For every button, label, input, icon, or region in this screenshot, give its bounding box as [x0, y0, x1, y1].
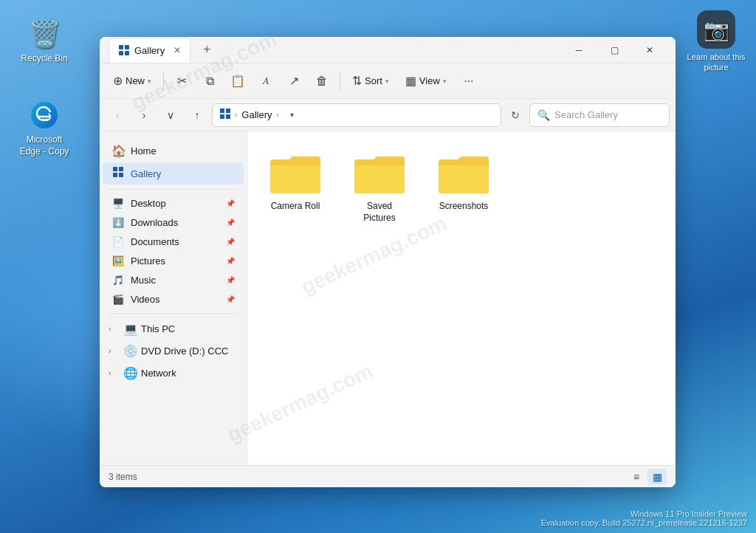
toolbar-separator-2 [340, 72, 340, 90]
close-button[interactable]: ✕ [633, 38, 667, 62]
minimize-button[interactable]: ─ [562, 38, 596, 62]
search-icon: 🔍 [537, 109, 550, 121]
sidebar-item-home[interactable]: 🏠 Home [103, 140, 244, 162]
new-chevron-icon: ▾ [148, 78, 151, 85]
explorer-window: Gallery ✕ + ─ ▢ ✕ ⊕ New ▾ ✂ ⧉ 📋 𝐴 [100, 37, 676, 487]
this-pc-chevron-icon: › [109, 325, 119, 333]
view-label: View [419, 75, 440, 86]
rename-icon: 𝐴 [263, 75, 269, 87]
list-view-button[interactable]: ≡ [627, 469, 646, 485]
delete-icon: 🗑 [316, 75, 328, 88]
windows-version-line1: Windows 11 Pro Insider Preview [541, 509, 747, 518]
recycle-bin-icon: 🗑️ [28, 18, 61, 50]
sidebar-item-music[interactable]: 🎵 Music 📌 [103, 271, 244, 289]
forward-button[interactable]: › [132, 103, 156, 127]
sidebar-top-section: 🏠 Home Gallery [100, 140, 247, 185]
svg-rect-4 [125, 51, 129, 55]
grid-view-button[interactable]: ▦ [647, 469, 667, 485]
view-chevron-icon: ▾ [443, 78, 447, 85]
folder-item-saved-pictures[interactable]: Saved Pictures [346, 146, 413, 230]
sidebar-item-dvd-drive[interactable]: › 💿 DVD Drive (D:) CCC [103, 340, 244, 362]
desktop-icon-edge[interactable]: Microsoft Edge - Copy [15, 96, 74, 160]
sort-icon: ⇅ [352, 74, 362, 88]
rename-button[interactable]: 𝐴 [252, 68, 279, 94]
pictures-label: Pictures [131, 255, 220, 266]
videos-pin-icon: 📌 [226, 295, 235, 303]
desktop-label: Desktop [131, 198, 220, 209]
cut-button[interactable]: ✂ [168, 68, 195, 94]
sort-chevron-icon: ▾ [385, 78, 389, 85]
desktop-icon-small: 🖥️ [111, 198, 125, 209]
music-label: Music [131, 275, 220, 286]
camera-roll-folder-icon [269, 152, 322, 196]
path-end-chevron-icon: › [277, 111, 279, 119]
back-button[interactable]: ‹ [106, 103, 129, 127]
svg-rect-5 [220, 109, 224, 113]
toolbar-separator-1 [163, 72, 164, 90]
sidebar-quick-access: 🖥️ Desktop 📌 ⬇️ Downloads 📌 📄 Documents … [100, 194, 247, 309]
sidebar-item-this-pc[interactable]: › 💻 This PC [103, 318, 244, 340]
refresh-button[interactable]: ↻ [504, 104, 526, 126]
more-icon: ··· [464, 75, 473, 88]
sidebar-item-gallery[interactable]: Gallery [103, 162, 244, 185]
explorer-tab[interactable]: Gallery ✕ [109, 38, 190, 63]
documents-icon: 📄 [111, 236, 125, 247]
edge-icon [28, 99, 61, 131]
maximize-button[interactable]: ▢ [597, 38, 631, 62]
camera-icon: 📷 [697, 10, 735, 49]
sidebar-item-desktop[interactable]: 🖥️ Desktop 📌 [103, 194, 244, 213]
more-button[interactable]: ··· [456, 68, 482, 94]
delete-button[interactable]: 🗑 [309, 68, 335, 94]
path-gallery-label: Gallery [241, 109, 272, 120]
svg-rect-3 [119, 51, 123, 55]
title-bar: Gallery ✕ + ─ ▢ ✕ [100, 37, 676, 63]
tab-close-icon[interactable]: ✕ [173, 45, 181, 55]
corner-icon-label: Learn about this picture [687, 52, 746, 73]
address-path[interactable]: › Gallery › ▾ [212, 103, 501, 127]
svg-rect-6 [226, 109, 230, 113]
network-icon: 🌐 [123, 366, 137, 380]
sidebar-item-downloads[interactable]: ⬇️ Downloads 📌 [103, 213, 244, 232]
sidebar-item-pictures[interactable]: 🖼️ Pictures 📌 [103, 252, 244, 270]
recycle-bin-label: Recycle Bin [21, 53, 67, 65]
folder-item-camera-roll[interactable]: Camera Roll [262, 146, 329, 230]
music-pin-icon: 📌 [226, 276, 235, 284]
svg-rect-2 [125, 45, 129, 49]
network-label: Network [141, 368, 176, 379]
recent-button[interactable]: ∨ [159, 103, 182, 127]
tab-area: Gallery ✕ + [109, 38, 562, 63]
search-box[interactable]: 🔍 Search Gallery [529, 103, 670, 127]
network-chevron-icon: › [109, 369, 119, 377]
new-button[interactable]: ⊕ New ▾ [106, 68, 159, 94]
path-dropdown-button[interactable]: ▾ [284, 104, 301, 126]
desktop-icon-recycle-bin[interactable]: 🗑️ Recycle Bin [15, 15, 74, 68]
paste-button[interactable]: 📋 [224, 68, 251, 94]
videos-label: Videos [131, 294, 220, 305]
up-button[interactable]: ↑ [185, 103, 209, 127]
folder-item-screenshots[interactable]: Screenshots [430, 146, 497, 230]
sort-button[interactable]: ⇅ Sort ▾ [345, 68, 396, 94]
sidebar-divider-1 [109, 189, 238, 190]
documents-pin-icon: 📌 [226, 238, 235, 246]
svg-rect-8 [226, 114, 230, 119]
sidebar-item-network[interactable]: › 🌐 Network [103, 362, 244, 384]
downloads-icon: ⬇️ [111, 217, 125, 228]
sidebar-item-videos[interactable]: 🎬 Videos 📌 [103, 290, 244, 309]
sidebar-item-documents[interactable]: 📄 Documents 📌 [103, 233, 244, 251]
search-placeholder: Search Gallery [554, 109, 618, 120]
edge-label: Microsoft Edge - Copy [18, 134, 71, 157]
desktop-corner-camera-icon[interactable]: 📷 Learn about this picture [687, 10, 746, 73]
copy-button[interactable]: ⧉ [196, 68, 223, 94]
view-button[interactable]: ▦ View ▾ [398, 68, 454, 94]
svg-point-0 [31, 102, 58, 128]
content-area: Camera Roll Saved Pictures [247, 131, 676, 465]
paste-icon: 📋 [230, 74, 245, 88]
share-button[interactable]: ↗ [281, 68, 307, 94]
status-item-count: 3 items [109, 472, 627, 482]
address-bar: ‹ › ∨ ↑ › Gallery › ▾ ↻ 🔍 Search Gallery [100, 99, 676, 131]
new-tab-button[interactable]: + [196, 40, 217, 61]
tab-gallery-icon [118, 44, 130, 56]
dvd-icon: 💿 [123, 344, 137, 358]
home-icon: 🏠 [111, 144, 125, 158]
svg-rect-7 [220, 114, 224, 119]
